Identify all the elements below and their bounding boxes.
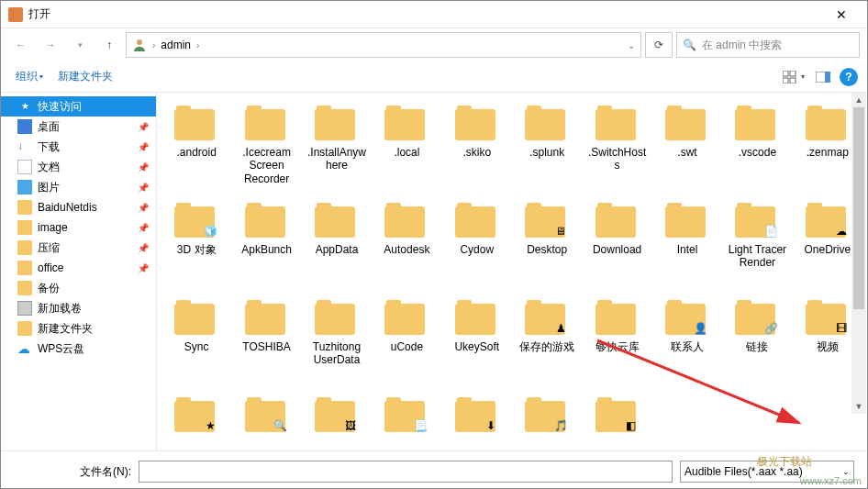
sidebar-item-4[interactable]: 图片📌	[1, 177, 156, 197]
folder-icon	[455, 203, 499, 239]
file-item[interactable]: 🎵	[513, 394, 581, 450]
search-input[interactable]: 🔍 在 admin 中搜索	[676, 32, 860, 58]
scroll-down-icon[interactable]: ▼	[851, 399, 866, 414]
file-item-label: .zenmap	[807, 146, 849, 159]
file-item[interactable]: .Icecream Screen Recorder	[232, 102, 300, 197]
pin-icon: 📌	[138, 162, 149, 172]
file-item[interactable]: TOSHIBA	[232, 296, 300, 392]
file-item[interactable]: UkeySoft	[443, 296, 511, 392]
back-button[interactable]: ←	[8, 32, 34, 58]
file-item[interactable]: 📃	[373, 394, 440, 450]
sidebar-item-label: 新加载卷	[38, 301, 82, 317]
folder-icon: ★	[174, 397, 218, 434]
file-item[interactable]: .local	[373, 102, 440, 197]
file-item[interactable]: 够快云库	[583, 296, 651, 392]
file-item[interactable]: Sync	[162, 296, 230, 392]
file-item[interactable]: .splunk	[513, 102, 581, 197]
file-item[interactable]: .android	[162, 102, 230, 197]
scrollbar-vertical[interactable]: ▲ ▼	[851, 93, 866, 414]
sidebar-item-5[interactable]: BaiduNetdis📌	[1, 197, 156, 217]
file-item[interactable]: 🔍	[232, 394, 300, 450]
footer: 文件名(N): Audible Files(*.aax *.aa)⌄ 打开(O)…	[1, 450, 867, 489]
help-button[interactable]: ?	[840, 68, 858, 86]
sidebar-item-2[interactable]: 下载📌	[1, 137, 156, 157]
folder-icon	[595, 300, 640, 337]
pic-icon: 🖼	[342, 417, 359, 434]
sidebar-item-1[interactable]: 桌面📌	[1, 117, 156, 137]
file-item[interactable]: uCode	[373, 296, 440, 392]
file-item[interactable]: ♟保存的游戏	[513, 296, 581, 392]
sidebar-item-6[interactable]: image📌	[1, 217, 156, 238]
up-button[interactable]: ↑	[96, 32, 122, 58]
sidebar-item-8[interactable]: office📌	[1, 258, 156, 278]
svg-rect-3	[783, 78, 788, 83]
filename-input[interactable]	[139, 461, 673, 483]
address-bar[interactable]: › admin › ⌄	[126, 32, 641, 58]
search-icon: 🔍	[273, 417, 289, 434]
music-icon: 🎵	[552, 417, 569, 434]
close-button[interactable]: ✕	[823, 7, 860, 22]
link-icon: 🔗	[762, 320, 779, 337]
refresh-button[interactable]: ⟳	[645, 32, 673, 58]
view-mode-button[interactable]: ▾	[781, 66, 807, 88]
file-item[interactable]: 📄Light Tracer Render	[723, 199, 791, 295]
folder-icon: 🧊	[174, 203, 218, 239]
chevron-down-icon[interactable]: ⌄	[628, 40, 635, 50]
folder-icon	[665, 203, 709, 239]
sidebar-item-9[interactable]: 备份	[1, 278, 156, 298]
folder-icon	[245, 106, 289, 142]
svg-rect-1	[783, 71, 788, 76]
folder-icon: 🔗	[735, 300, 779, 337]
file-list: .android.Icecream Screen Recorder.Instal…	[157, 93, 867, 450]
file-item[interactable]: Autodesk	[373, 199, 440, 295]
navbar: ← → ▾ ↑ › admin › ⌄ ⟳ 🔍 在 admin 中搜索	[1, 28, 867, 61]
dropdown-history[interactable]: ▾	[67, 32, 93, 58]
sidebar-item-7[interactable]: 压缩📌	[1, 238, 156, 258]
scrollbar-thumb[interactable]	[853, 107, 864, 309]
folder-icon: 🎵	[525, 397, 569, 434]
file-item[interactable]: ⬇	[443, 394, 511, 450]
sidebar-item-12[interactable]: WPS云盘	[1, 339, 156, 359]
contact-icon: 👤	[693, 320, 709, 337]
file-item[interactable]: Intel	[653, 199, 721, 295]
sidebar-item-0[interactable]: 快速访问	[1, 96, 156, 117]
file-item[interactable]: Download	[583, 199, 651, 295]
file-item-label: Desktop	[527, 243, 567, 256]
file-item[interactable]: Tuzhitong UserData	[303, 296, 371, 392]
file-item[interactable]: 🖼	[303, 394, 371, 450]
drive-icon	[17, 301, 32, 316]
desk-icon	[17, 119, 32, 134]
breadcrumb-user[interactable]: admin	[161, 39, 191, 51]
sidebar-item-11[interactable]: 新建文件夹	[1, 318, 156, 339]
file-item[interactable]: .vscode	[723, 102, 791, 197]
forward-button[interactable]: →	[38, 32, 63, 58]
file-item[interactable]: 🧊3D 对象	[162, 199, 230, 295]
file-item-label: uCode	[391, 340, 423, 353]
sidebar-item-10[interactable]: 新加载卷	[1, 298, 156, 318]
folder-icon	[17, 321, 32, 336]
file-item-label: OneDrive	[804, 243, 851, 256]
file-item[interactable]: .swt	[653, 102, 721, 197]
file-item[interactable]: 🔗链接	[723, 296, 791, 392]
sidebar-item-label: 图片	[38, 180, 60, 195]
file-item[interactable]: ApkBunch	[232, 199, 300, 295]
file-item[interactable]: ◧	[583, 394, 651, 450]
scroll-up-icon[interactable]: ▲	[851, 93, 866, 107]
file-item[interactable]: 👤联系人	[653, 296, 721, 392]
organize-menu[interactable]: 组织 ▾	[10, 65, 49, 88]
sidebar-item-label: 桌面	[38, 119, 60, 135]
toolbar: 组织 ▾ 新建文件夹 ▾ ?	[1, 61, 867, 93]
file-item[interactable]: .SwitchHost s	[583, 102, 651, 197]
preview-pane-button[interactable]	[810, 66, 836, 88]
sidebar-item-3[interactable]: 文档📌	[1, 157, 156, 177]
file-item[interactable]: 🖥Desktop	[513, 199, 581, 295]
file-item[interactable]: ★	[162, 394, 230, 450]
file-item[interactable]: .skiko	[443, 102, 511, 197]
svg-rect-6	[825, 72, 830, 83]
folder-icon	[174, 300, 218, 337]
new-folder-button[interactable]: 新建文件夹	[52, 65, 118, 88]
file-item[interactable]: Cydow	[443, 199, 511, 295]
folder-icon: 🎞	[806, 300, 850, 337]
file-item[interactable]: .InstallAnyw here	[303, 102, 371, 197]
file-item[interactable]: AppData	[303, 199, 371, 295]
